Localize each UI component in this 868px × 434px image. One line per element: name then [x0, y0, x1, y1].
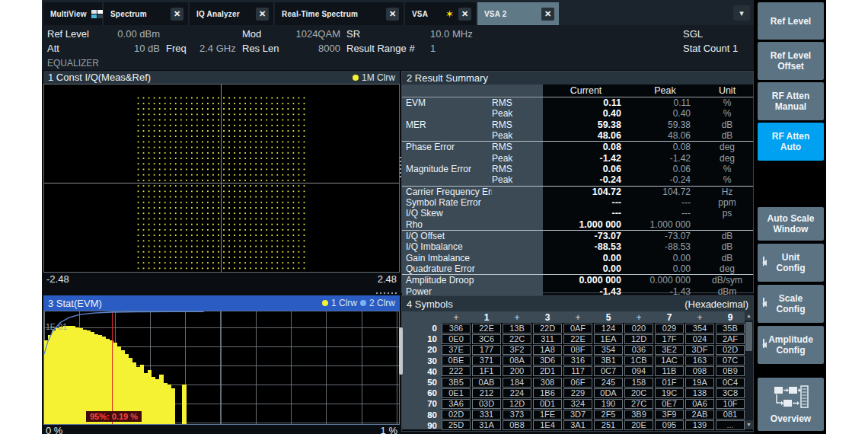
- symbols-panel-title: 4 Symbols: [407, 298, 453, 310]
- sgl-label: SGL: [683, 28, 703, 40]
- res-len-value[interactable]: 8000: [270, 43, 340, 54]
- result-peak-value: 0.00: [629, 263, 701, 274]
- result-name: Phase Error: [402, 142, 492, 152]
- result-current-value: -0.24: [543, 174, 629, 185]
- tab-strip: MultiViewSpectrum✕IQ Analyzer✕Real-Time …: [43, 2, 560, 25]
- tab-vsa[interactable]: VSA✶✕: [405, 2, 476, 25]
- tab-label: MultiView: [50, 10, 87, 18]
- symbols-row: 703A603D12D0D132419027C0E70A610F: [402, 398, 753, 409]
- result-name: Symbol Rate Error: [402, 197, 492, 208]
- column-header-unit: Unit: [701, 85, 753, 97]
- result-row: Peak48.0648.06dB: [402, 130, 753, 141]
- softkey-label: RF Atten Manual: [767, 91, 815, 112]
- mod-value[interactable]: 1024QAM: [270, 28, 340, 40]
- result-current-value: 0.00: [543, 253, 629, 263]
- close-icon[interactable]: ✕: [458, 8, 471, 21]
- softkey-ref-level[interactable]: Ref Level: [758, 2, 824, 40]
- symbols-row: 100E03C622C31122E1EA12D17F0242AF: [402, 333, 753, 344]
- result-row: Peak0.400.40%: [402, 108, 753, 119]
- symbols-cell: 2D1: [533, 366, 562, 376]
- evm-statistics-panel-header: 3 Stat(EVM) 1 Clrw 2 Clrw: [43, 295, 400, 311]
- symbols-cell: 036: [624, 345, 653, 355]
- close-icon[interactable]: ✕: [171, 8, 183, 21]
- result-detail: [492, 231, 543, 241]
- att-value[interactable]: 10 dB: [97, 43, 160, 54]
- softkey-scale-config[interactable]: Scale Config: [758, 285, 824, 323]
- symbols-row: 9025D31A0B81E43A125120E095139...: [402, 420, 753, 431]
- symbols-col-header: 1: [472, 312, 501, 323]
- symbols-cell: 3C8: [716, 388, 745, 398]
- symbols-cell: 19C: [655, 388, 684, 398]
- result-peak-value: -1.42: [629, 153, 701, 164]
- result-unit: [701, 219, 753, 230]
- symbols-cell: 35B: [716, 324, 745, 333]
- result-name: [402, 130, 492, 141]
- tab-overflow-dropdown[interactable]: ▾: [733, 5, 750, 21]
- close-icon[interactable]: ✕: [386, 8, 399, 21]
- close-icon[interactable]: ✕: [256, 8, 269, 21]
- result-range-value[interactable]: 1: [430, 43, 436, 54]
- close-icon[interactable]: ✕: [541, 8, 554, 21]
- softkey-label: Ref Level: [771, 16, 811, 27]
- result-unit: %: [701, 97, 753, 108]
- symbols-cell: 331: [472, 410, 501, 420]
- softkey-rf-atten-auto[interactable]: RF Atten Auto: [758, 123, 824, 161]
- symbols-row: 402221F12002D11170C709411B0980B9: [402, 366, 753, 377]
- symbols-cell: 229: [563, 388, 592, 398]
- att-label: Att: [47, 43, 59, 54]
- result-unit: %: [701, 174, 753, 185]
- symbols-cell: 13B: [503, 324, 531, 333]
- tab-multiview[interactable]: MultiView: [43, 2, 102, 25]
- symbols-scrollbar[interactable]: ▲ ▼: [745, 311, 753, 429]
- softkey-auto-scale-window[interactable]: Auto Scale Window: [758, 207, 824, 241]
- ref-level-value[interactable]: 0.00 dBm: [97, 28, 160, 40]
- symbols-cell: 11B: [655, 366, 684, 376]
- symbols-cell: 12D: [624, 334, 653, 344]
- result-row: Carrier Frequency Error104.72104.72Hz: [402, 186, 753, 197]
- trace1-dot-icon: [322, 300, 328, 306]
- result-row: I/Q Imbalance-88.53-88.53dB: [402, 241, 753, 252]
- constellation-panel-header: 1 Const I/Q(Meas&Ref) 1M Clrw: [43, 71, 400, 84]
- softkey-overview[interactable]: Overview: [758, 378, 824, 431]
- sr-value[interactable]: 10.0 MHz: [430, 28, 473, 40]
- result-peak-value: 1.000 000: [629, 219, 701, 230]
- softkey-unit-config[interactable]: Unit Config: [758, 244, 824, 282]
- tab-spectrum[interactable]: Spectrum✕: [104, 2, 188, 25]
- result-detail: [492, 253, 543, 263]
- result-name: [402, 174, 492, 185]
- symbols-cell: 27C: [624, 399, 653, 409]
- softkey-rf-atten-manual[interactable]: RF Atten Manual: [758, 82, 824, 120]
- result-range-label: Result Range #: [346, 43, 415, 54]
- scroll-down-icon[interactable]: ▼: [745, 420, 753, 429]
- result-name: Magnitude Error: [402, 164, 492, 174]
- evm-statistics-panel-title: 3 Stat(EVM): [48, 298, 102, 309]
- symbols-cell: 324: [563, 399, 592, 409]
- tab-iq-analyzer[interactable]: IQ Analyzer✕: [190, 2, 273, 25]
- symbols-cell: 3DF: [685, 345, 714, 355]
- chevron-down-icon: ▾: [739, 9, 744, 18]
- x-axis-min-label: -2.48: [46, 273, 69, 285]
- symbols-cell: 3C6: [472, 334, 501, 344]
- horizontal-splitter-handle[interactable]: [375, 292, 398, 295]
- symbols-cell: 1EA: [594, 334, 623, 344]
- symbols-cell: 25D: [442, 420, 471, 430]
- ref-level-label: Ref Level: [47, 28, 89, 40]
- scroll-up-icon[interactable]: ▲: [745, 311, 753, 321]
- symbols-cell: 371: [472, 356, 501, 365]
- bottom-panels-splitter-handle[interactable]: [399, 327, 403, 375]
- result-unit: deg: [701, 153, 753, 164]
- tab-vsa-2[interactable]: VSA 2✕: [477, 2, 559, 25]
- tab-real-time-spectrum[interactable]: Real-Time Spectrum✕: [275, 2, 404, 25]
- scrollbar-thumb[interactable]: [745, 322, 752, 351]
- symbols-header-row: +1+3+5+7+9: [402, 311, 753, 323]
- symbols-cell: 0E1: [442, 388, 471, 398]
- vertical-splitter-handle[interactable]: [399, 156, 402, 179]
- result-unit: dB: [701, 241, 753, 252]
- softkey-amplitude-config[interactable]: Amplitude Config: [758, 326, 824, 364]
- result-row: Phase ErrorRMS0.080.08deg: [402, 141, 753, 152]
- result-peak-value: 0.08: [629, 142, 701, 152]
- softkey-ref-level-offset[interactable]: Ref Level Offset: [758, 42, 824, 80]
- symbols-cell: 0B8: [503, 420, 531, 430]
- freq-value[interactable]: 2.4 GHz: [199, 43, 236, 54]
- evm-x-axis: 0 % 1 %: [43, 425, 400, 434]
